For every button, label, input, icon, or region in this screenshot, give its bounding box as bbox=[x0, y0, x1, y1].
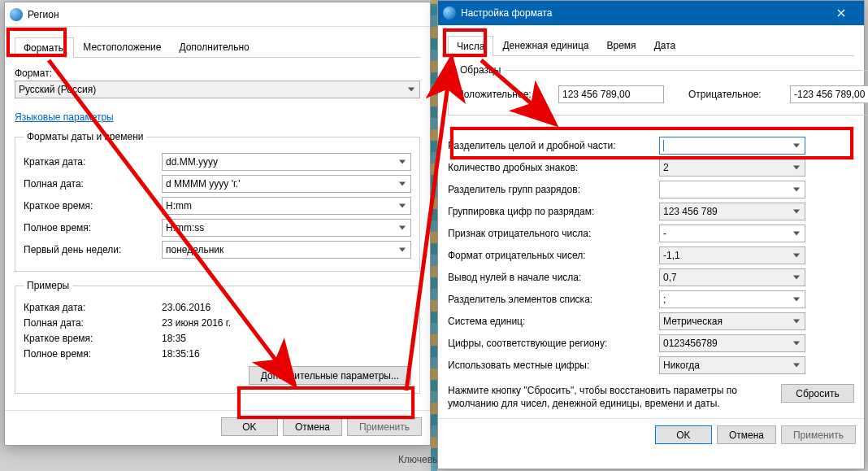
short-time-label: Краткое время: bbox=[24, 200, 162, 212]
decimals-combo[interactable]: 2 bbox=[659, 159, 805, 177]
format-tabs: Числа Денежная единица Время Дата bbox=[448, 35, 854, 56]
ex-short-time-v: 18:35 bbox=[162, 333, 411, 344]
reset-button[interactable]: Сбросить bbox=[781, 384, 854, 403]
list-sep-label: Разделитель элементов списка: bbox=[448, 294, 659, 305]
stray-text: Ключевы bbox=[398, 454, 440, 465]
short-date-combo[interactable]: dd.MM.yyyy bbox=[162, 153, 411, 171]
datetime-formats-legend: Форматы даты и времени bbox=[24, 131, 146, 142]
close-button[interactable] bbox=[822, 2, 859, 24]
tab-location[interactable]: Местоположение bbox=[74, 37, 170, 57]
lead-zero-label: Вывод нулей в начале числа: bbox=[448, 272, 659, 283]
format-button-row: OK Отмена Применить bbox=[438, 418, 864, 451]
ex-long-date-v: 23 июня 2016 г. bbox=[162, 317, 411, 329]
native-digits-label: Цифры, соответствующие региону: bbox=[448, 338, 659, 349]
ex-long-time-l: Полное время: bbox=[24, 348, 162, 360]
use-native-label: Использовать местные цифры: bbox=[448, 360, 659, 371]
region-button-row: OK Отмена Применить bbox=[5, 410, 430, 443]
text-caret bbox=[663, 140, 664, 151]
lead-zero-combo[interactable]: 0,7 bbox=[659, 268, 805, 286]
positive-label: Положительное: bbox=[457, 89, 550, 100]
tab-advanced[interactable]: Дополнительно bbox=[170, 37, 258, 57]
region-cancel-button[interactable]: Отмена bbox=[283, 417, 342, 436]
datetime-formats-group: Форматы даты и времени Краткая дата: dd.… bbox=[15, 131, 420, 272]
decimals-label: Количество дробных знаков: bbox=[448, 162, 659, 173]
decimal-sep-combo[interactable] bbox=[659, 137, 805, 155]
format-label: Формат: bbox=[15, 68, 420, 79]
region-apply-button[interactable]: Применить bbox=[347, 417, 422, 436]
tab-numbers[interactable]: Числа bbox=[448, 36, 493, 56]
native-digits-combo[interactable]: 0123456789 bbox=[659, 334, 805, 352]
ex-short-time-l: Краткое время: bbox=[24, 333, 162, 344]
format-ok-button[interactable]: OK bbox=[655, 425, 712, 444]
short-date-label: Краткая дата: bbox=[24, 156, 162, 168]
examples-legend: Примеры bbox=[24, 280, 72, 291]
format-app-icon bbox=[443, 7, 456, 20]
group-sep-label: Разделитель групп разрядов: bbox=[448, 184, 659, 195]
format-apply-button[interactable]: Применить bbox=[781, 425, 856, 444]
short-time-combo[interactable]: H:mm bbox=[162, 197, 411, 215]
neg-sign-label: Признак отрицательного числа: bbox=[448, 228, 659, 239]
format-content: Числа Денежная единица Время Дата Образц… bbox=[438, 25, 864, 418]
first-dow-combo[interactable]: понедельник bbox=[162, 241, 411, 259]
tab-time[interactable]: Время bbox=[598, 35, 645, 55]
region-dialog: Регион Форматы Местоположение Дополнител… bbox=[4, 2, 431, 446]
format-dialog: Настройка формата Числа Денежная единица… bbox=[437, 0, 865, 469]
negative-label: Отрицательное: bbox=[688, 89, 782, 100]
measure-combo[interactable]: Метрическая bbox=[659, 312, 805, 330]
long-time-label: Полное время: bbox=[24, 222, 162, 233]
use-native-combo[interactable]: Никогда bbox=[659, 356, 805, 374]
ex-long-time-v: 18:35:16 bbox=[162, 348, 411, 360]
region-tabs: Форматы Местоположение Дополнительно bbox=[15, 37, 420, 58]
background-strip bbox=[431, 0, 437, 471]
neg-fmt-combo[interactable]: -1,1 bbox=[659, 246, 805, 264]
ex-short-date-v: 23.06.2016 bbox=[162, 302, 411, 313]
region-content: Форматы Местоположение Дополнительно Фор… bbox=[5, 27, 430, 410]
format-cancel-button[interactable]: Отмена bbox=[717, 425, 776, 444]
long-date-combo[interactable]: d MMMM yyyy 'г.' bbox=[162, 175, 411, 193]
format-title: Настройка формата bbox=[461, 7, 552, 19]
neg-sign-combo[interactable]: - bbox=[659, 225, 805, 242]
additional-settings-button[interactable]: Дополнительные параметры... bbox=[249, 366, 411, 385]
group-sep-combo[interactable] bbox=[659, 181, 805, 198]
neg-fmt-label: Формат отрицательных чисел: bbox=[448, 250, 659, 261]
decimal-sep-label: Разделитель целой и дробной части: bbox=[448, 140, 659, 151]
tab-date[interactable]: Дата bbox=[645, 35, 685, 55]
ex-long-date-l: Полная дата: bbox=[24, 317, 162, 329]
region-titlebar[interactable]: Регион bbox=[5, 2, 430, 27]
grouping-label: Группировка цифр по разрядам: bbox=[448, 206, 659, 217]
grouping-combo[interactable]: 123 456 789 bbox=[659, 203, 805, 220]
measure-label: Система единиц: bbox=[448, 316, 659, 327]
close-icon bbox=[837, 9, 845, 17]
format-value: Русский (Россия) bbox=[19, 84, 96, 95]
tab-currency[interactable]: Денежная единица bbox=[493, 35, 597, 55]
first-dow-label: Первый день недели: bbox=[24, 244, 162, 255]
samples-legend: Образцы bbox=[457, 64, 504, 76]
long-date-label: Полная дата: bbox=[24, 178, 162, 190]
format-combo[interactable]: Русский (Россия) bbox=[15, 81, 420, 98]
format-titlebar[interactable]: Настройка формата bbox=[438, 1, 864, 25]
positive-sample: 123 456 789,00 bbox=[558, 85, 664, 103]
language-preferences-link[interactable]: Языковые параметры bbox=[15, 111, 114, 123]
list-sep-combo[interactable]: ; bbox=[659, 290, 805, 308]
region-ok-button[interactable]: OK bbox=[221, 417, 278, 436]
ex-short-date-l: Краткая дата: bbox=[24, 302, 162, 313]
negative-sample: -123 456 789,00 bbox=[790, 85, 868, 103]
tab-formats[interactable]: Форматы bbox=[15, 37, 74, 58]
examples-group: Примеры Краткая дата: 23.06.2016 Полная … bbox=[15, 280, 420, 394]
region-app-icon bbox=[10, 8, 23, 21]
region-title: Регион bbox=[28, 9, 59, 20]
samples-group: Образцы Положительное: 123 456 789,00 От… bbox=[448, 64, 868, 116]
long-time-combo[interactable]: H:mm:ss bbox=[162, 219, 411, 237]
reset-hint-text: Нажмите кнопку "Сбросить", чтобы восстан… bbox=[448, 384, 768, 410]
